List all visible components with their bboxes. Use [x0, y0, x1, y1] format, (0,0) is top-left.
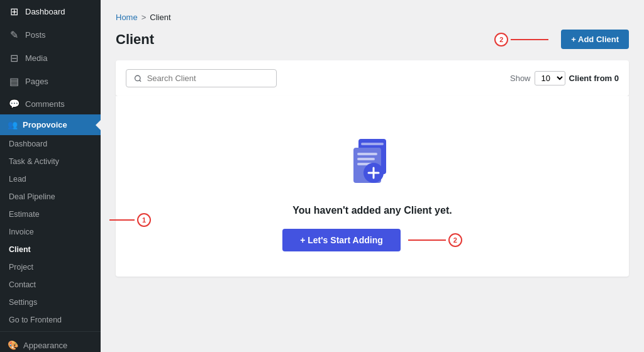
empty-state: You haven't added any Client yet. + Let'… — [116, 96, 629, 277]
propovoice-icon: 👥 — [8, 120, 18, 129]
sidebar-item-posts[interactable]: ✎ Posts — [0, 23, 101, 47]
sidebar-item-sub-task-activity[interactable]: Task & Activity — [0, 153, 101, 170]
sidebar-item-sub-estimate[interactable]: Estimate — [0, 206, 101, 223]
sidebar-item-appearance[interactable]: 🎨 Appearance — [0, 334, 101, 352]
sidebar-item-dashboard[interactable]: ⊞ Dashboard — [0, 0, 101, 23]
search-icon — [134, 74, 142, 83]
sidebar-item-sub-contact[interactable]: Contact — [0, 276, 101, 294]
search-input[interactable] — [147, 74, 269, 83]
comments-icon: 💬 — [8, 99, 20, 109]
sidebar-item-dashboard-label: Dashboard — [25, 7, 65, 16]
breadcrumb-separator: > — [142, 13, 147, 22]
sidebar-item-appearance-label: Appearance — [23, 341, 67, 350]
sidebar-item-media[interactable]: ⊟ Media — [0, 47, 101, 70]
sidebar-item-sub-invoice[interactable]: Invoice — [0, 223, 101, 241]
sidebar-item-pages-label: Pages — [25, 77, 48, 86]
annotation-arrow-2-btn — [408, 239, 446, 241]
svg-rect-3 — [361, 143, 384, 145]
sidebar-item-comments-label: Comments — [25, 99, 65, 109]
client-from-text: Client from 0 — [569, 74, 619, 83]
breadcrumb: Home > Client — [116, 13, 629, 22]
search-box — [126, 69, 277, 87]
page-title: Client — [116, 31, 154, 48]
sidebar-item-sub-lead[interactable]: Lead — [0, 170, 101, 188]
page-header: Client 2 + Add Client — [116, 30, 629, 49]
sidebar-item-sub-deal-pipeline[interactable]: Deal Pipeline — [0, 188, 101, 206]
pages-icon: ▤ — [8, 75, 20, 87]
dashboard-icon: ⊞ — [8, 6, 20, 18]
sidebar-item-propovoice[interactable]: 👥 Propovoice — [0, 114, 101, 135]
svg-rect-6 — [357, 153, 377, 155]
sidebar-item-sub-go-to-frontend[interactable]: Go to Frontend — [0, 311, 101, 329]
search-area: Show 10 25 50 Client from 0 — [116, 60, 629, 96]
media-icon: ⊟ — [8, 52, 20, 64]
svg-line-1 — [140, 80, 141, 81]
sidebar-divider — [0, 331, 101, 332]
sidebar-item-comments[interactable]: 💬 Comments — [0, 93, 101, 114]
svg-rect-7 — [357, 158, 375, 160]
main-content: Home > Client Client 2 + Add Client — [101, 0, 644, 289]
sidebar: ⊞ Dashboard ✎ Posts ⊟ Media ▤ Pages 💬 Co… — [0, 0, 101, 352]
sidebar-item-sub-dashboard[interactable]: Dashboard — [0, 135, 101, 153]
show-area: Show 10 25 50 Client from 0 — [510, 71, 619, 85]
propovoice-label: Propovoice — [23, 120, 67, 129]
start-adding-button[interactable]: + Let's Start Adding — [282, 229, 401, 251]
empty-icon — [347, 134, 397, 192]
show-select[interactable]: 10 25 50 — [535, 71, 565, 85]
show-label: Show — [510, 74, 531, 83]
sidebar-item-sub-project[interactable]: Project — [0, 258, 101, 276]
posts-icon: ✎ — [8, 29, 20, 41]
breadcrumb-home[interactable]: Home — [116, 13, 138, 22]
sidebar-item-media-label: Media — [25, 53, 47, 63]
sidebar-item-sub-settings[interactable]: Settings — [0, 294, 101, 311]
sidebar-submenu: Dashboard Task & Activity Lead Deal Pipe… — [0, 135, 101, 329]
sidebar-item-pages[interactable]: ▤ Pages — [0, 70, 101, 93]
add-client-button[interactable]: + Add Client — [561, 30, 629, 49]
sidebar-item-sub-client[interactable]: Client — [0, 241, 101, 258]
empty-state-text: You haven't added any Client yet. — [292, 205, 452, 216]
appearance-icon: 🎨 — [8, 340, 18, 350]
annotation-2-header: 2 — [494, 33, 508, 47]
annotation-arrow-2-header — [511, 39, 548, 40]
svg-point-0 — [135, 75, 140, 80]
sidebar-top-nav: ⊞ Dashboard ✎ Posts ⊟ Media ▤ Pages 💬 Co… — [0, 0, 101, 114]
document-icon — [347, 134, 397, 190]
content-wrapper: Home > Client Client 2 + Add Client — [101, 0, 644, 352]
annotation-2-btn: 2 — [448, 233, 462, 247]
propovoice-arrow — [96, 120, 101, 130]
breadcrumb-current: Client — [150, 13, 170, 22]
sidebar-item-posts-label: Posts — [25, 30, 46, 40]
